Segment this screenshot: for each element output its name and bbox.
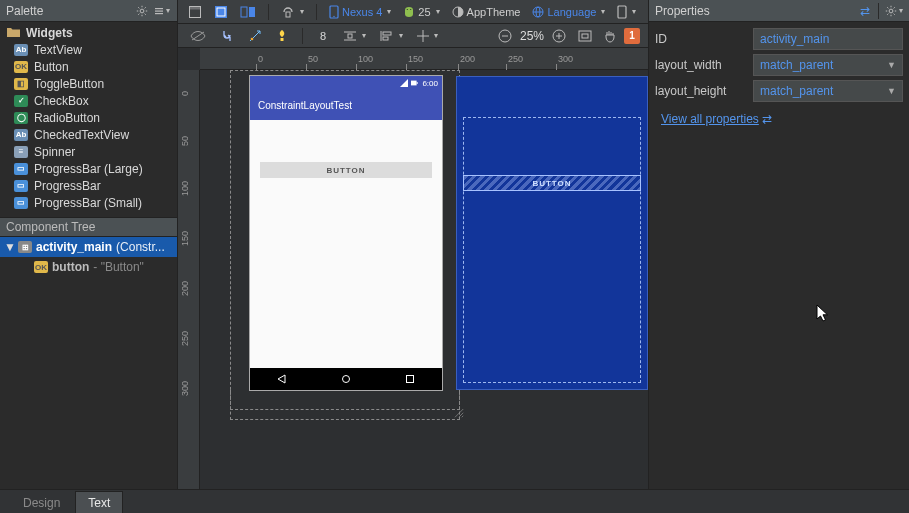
- properties-toggle-icon[interactable]: ⇄: [856, 2, 874, 20]
- ruler-tick: 0: [180, 91, 190, 96]
- widget-icon: ▭: [14, 196, 28, 210]
- tab-text[interactable]: Text: [75, 491, 123, 513]
- api-selector[interactable]: 25▾: [399, 2, 443, 22]
- theme-selector[interactable]: AppTheme: [448, 2, 525, 22]
- property-value-layout_height[interactable]: match_parent▼: [753, 80, 903, 102]
- pan-icon[interactable]: [600, 26, 620, 46]
- palette-item-checkedtextview[interactable]: AbCheckedTextView: [0, 126, 177, 143]
- nav-home-icon: [341, 374, 351, 384]
- ruler-tick: 100: [358, 54, 373, 64]
- blueprint-surface-icon[interactable]: [210, 2, 232, 22]
- properties-settings-icon[interactable]: ▾: [885, 2, 903, 20]
- align-icon[interactable]: ▾: [376, 26, 407, 46]
- palette-item-spinner[interactable]: ≡Spinner: [0, 143, 177, 160]
- tree-child-label: button: [52, 260, 89, 274]
- chevron-down-icon: ▼: [887, 86, 896, 96]
- svg-rect-17: [249, 7, 255, 17]
- tree-child-button[interactable]: OK button - "Button": [0, 257, 177, 277]
- app-bar: ConstraintLayoutTest: [250, 90, 442, 120]
- property-value-text: match_parent: [760, 84, 833, 98]
- show-constraints-icon[interactable]: [186, 26, 210, 46]
- tree-root-activity-main[interactable]: ▼ ⊞ activity_main (Constr...: [0, 237, 177, 257]
- clear-constraints-icon[interactable]: [244, 26, 266, 46]
- palette-item-progressbar-large-[interactable]: ▭ProgressBar (Large): [0, 160, 177, 177]
- design-canvas[interactable]: 050100150200250300 050100150200250300 6:…: [178, 48, 648, 489]
- resize-handle-icon[interactable]: [452, 406, 464, 418]
- palette-item-label: TextView: [34, 43, 82, 57]
- default-margin-value: 8: [320, 30, 326, 42]
- tab-design-label: Design: [23, 496, 60, 510]
- property-value-layout_width[interactable]: match_parent▼: [753, 54, 903, 76]
- ruler-tick: 200: [460, 54, 475, 64]
- autoconnect-icon[interactable]: [216, 26, 238, 46]
- view-all-properties[interactable]: View all properties ⇄: [655, 104, 903, 134]
- palette-settings-icon[interactable]: [133, 2, 151, 20]
- palette-item-button[interactable]: OKButton: [0, 58, 177, 75]
- svg-rect-16: [241, 7, 247, 17]
- svg-point-48: [343, 376, 350, 383]
- ruler-tick: 300: [180, 381, 190, 396]
- blueprint-preview[interactable]: BUTTON: [456, 76, 648, 390]
- palette-folder[interactable]: Widgets: [0, 24, 177, 41]
- widget-icon: OK: [14, 60, 28, 74]
- design-surface-icon[interactable]: [184, 2, 206, 22]
- svg-line-6: [145, 13, 146, 14]
- zoom-in-icon[interactable]: [548, 26, 570, 46]
- both-surface-icon[interactable]: [236, 2, 260, 22]
- design-preview[interactable]: 6:00 ConstraintLayoutTest BUTTON: [250, 76, 442, 390]
- svg-line-5: [138, 7, 139, 8]
- palette-list: Widgets AbTextViewOKButton◧ToggleButton✓…: [0, 22, 177, 217]
- svg-line-58: [887, 7, 888, 8]
- guideline-icon[interactable]: ▾: [413, 26, 442, 46]
- properties-header: Properties ⇄ ▾: [649, 0, 909, 22]
- palette-item-label: CheckedTextView: [34, 128, 129, 142]
- device-label: Nexus 4: [342, 6, 382, 18]
- property-row-layout_width: layout_widthmatch_parent▼: [655, 52, 903, 78]
- blueprint-bounds: [463, 117, 641, 383]
- ruler-tick: 50: [180, 136, 190, 146]
- properties-title: Properties: [655, 4, 710, 18]
- palette-item-label: ProgressBar: [34, 179, 101, 193]
- palette-item-progressbar-small-[interactable]: ▭ProgressBar (Small): [0, 194, 177, 211]
- widget-icon: Ab: [14, 128, 28, 142]
- widget-icon: ≡: [14, 145, 28, 159]
- language-selector[interactable]: Language▾: [528, 2, 609, 22]
- palette-options-icon[interactable]: ▾: [153, 2, 171, 20]
- palette-item-togglebutton[interactable]: ◧ToggleButton: [0, 75, 177, 92]
- svg-rect-9: [155, 8, 163, 9]
- property-name: layout_width: [655, 58, 747, 72]
- zoom-fit-icon[interactable]: [574, 26, 596, 46]
- pack-icon[interactable]: ▾: [339, 26, 370, 46]
- tab-design[interactable]: Design: [10, 491, 73, 513]
- view-all-link[interactable]: View all properties: [661, 112, 759, 126]
- property-value-id[interactable]: activity_main: [753, 28, 903, 50]
- palette-item-progressbar[interactable]: ▭ProgressBar: [0, 177, 177, 194]
- tree-expand-icon[interactable]: ▼: [4, 240, 14, 254]
- preview-button[interactable]: BUTTON: [260, 162, 432, 178]
- battery-icon: [411, 79, 419, 87]
- app-title: ConstraintLayoutTest: [258, 100, 352, 111]
- widget-icon: ✓: [14, 94, 28, 108]
- svg-point-21: [407, 8, 408, 9]
- blueprint-button[interactable]: BUTTON: [463, 175, 641, 191]
- ruler-tick: 250: [180, 331, 190, 346]
- warnings-badge[interactable]: 1: [624, 28, 640, 44]
- blueprint-button-label: BUTTON: [532, 179, 571, 188]
- status-time: 6:00: [422, 79, 438, 88]
- variant-selector[interactable]: ▾: [613, 2, 640, 22]
- infer-constraints-icon[interactable]: [272, 26, 292, 46]
- preview-body[interactable]: BUTTON: [250, 120, 442, 368]
- palette-item-label: Spinner: [34, 145, 75, 159]
- default-margin[interactable]: 8: [313, 26, 333, 46]
- zoom-out-icon[interactable]: [494, 26, 516, 46]
- svg-point-0: [140, 9, 144, 13]
- svg-rect-45: [582, 34, 588, 38]
- property-value-text: match_parent: [760, 58, 833, 72]
- orientation-icon[interactable]: ▾: [277, 2, 308, 22]
- palette-item-radiobutton[interactable]: ◯RadioButton: [0, 109, 177, 126]
- device-selector[interactable]: Nexus 4▾: [325, 2, 395, 22]
- svg-line-60: [887, 13, 888, 14]
- palette-item-checkbox[interactable]: ✓CheckBox: [0, 92, 177, 109]
- palette-item-textview[interactable]: AbTextView: [0, 41, 177, 58]
- zoom-level: 25%: [520, 29, 544, 43]
